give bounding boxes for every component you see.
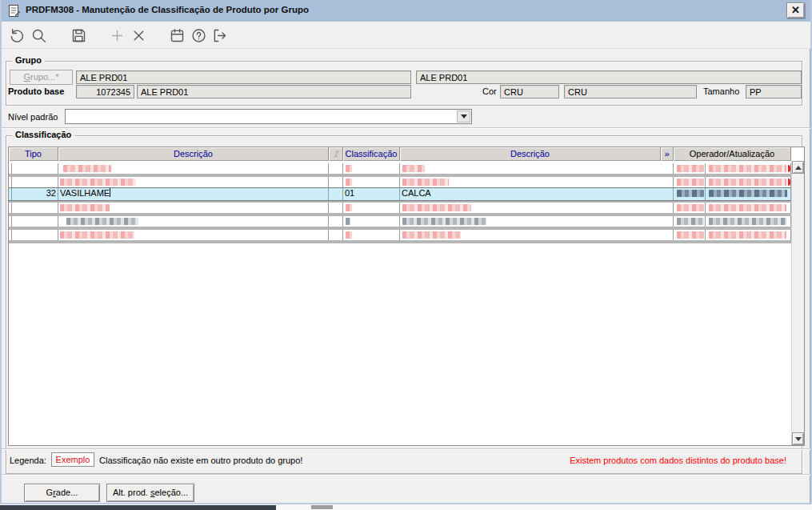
save-icon[interactable]: [70, 27, 87, 44]
cell-atualizacao: [706, 163, 791, 174]
redacted-text: [709, 231, 786, 239]
column-header-5[interactable]: »: [661, 147, 674, 161]
search-icon[interactable]: [30, 27, 47, 44]
redacted-text: [346, 165, 352, 172]
warning-text: Existem produtos com dados distintos do …: [570, 456, 786, 465]
cell-classificacao: [343, 230, 400, 240]
row-separator: [9, 240, 791, 243]
cell-tipo: [12, 177, 58, 187]
redacted-text: [346, 218, 350, 225]
column-header-1[interactable]: Descrição: [58, 147, 329, 161]
redacted-text: [60, 231, 134, 239]
cor-desc-field: CRU: [564, 85, 697, 98]
column-header-2[interactable]: ⁒: [329, 147, 343, 161]
redacted-text: [63, 165, 111, 172]
cell-classificacao: [343, 203, 400, 213]
vertical-scrollbar[interactable]: [791, 161, 804, 445]
redacted-text: [709, 165, 786, 172]
cell-tipo: [12, 163, 58, 174]
add-icon: [109, 27, 126, 44]
undo-icon[interactable]: [8, 27, 25, 44]
separator-line: [2, 474, 810, 476]
grade-button[interactable]: Grade...: [24, 484, 100, 502]
nivel-padrao-combobox[interactable]: [65, 109, 472, 124]
redacted-text: [60, 179, 136, 186]
exemplo-sample-box: Exemplo: [51, 452, 94, 467]
cell-descricao: [58, 203, 329, 213]
separator-line: [2, 448, 810, 450]
cell-descricao2: [400, 177, 674, 187]
calendar-icon[interactable]: [169, 27, 186, 44]
combo-dropdown-button[interactable]: [457, 110, 470, 122]
redacted-text: [60, 204, 110, 211]
cell-classificacao: [343, 216, 400, 227]
table-row[interactable]: [9, 230, 791, 240]
exit-icon[interactable]: [211, 27, 228, 44]
dialog-window: PRDFM308 - Manutenção de Classificação d…: [0, 0, 812, 504]
column-header-3[interactable]: Classificação: [343, 147, 400, 161]
redacted-text: [346, 231, 352, 239]
alt-prod-selecao-button[interactable]: Alt. prod. seleção...: [106, 484, 194, 502]
cell-classificacao: 01: [343, 188, 400, 200]
column-header-6[interactable]: Operador/Atualização: [674, 147, 791, 161]
redacted-text: [677, 190, 704, 197]
cell-pct: [329, 177, 343, 187]
grupo-button[interactable]: Grupo...*: [10, 70, 73, 85]
scroll-up-button[interactable]: [792, 161, 804, 174]
redacted-text: [709, 179, 786, 186]
cell-operador: [674, 188, 706, 200]
column-header-0[interactable]: Tipo: [9, 147, 58, 161]
cell-descricao: [58, 163, 329, 174]
grid-body: 32VASILHAME01CALCA: [9, 161, 791, 445]
produto-base-desc-field: ALE PRD01: [137, 85, 411, 98]
arrow-up-icon: [795, 166, 802, 170]
redacted-text: [402, 165, 425, 172]
help-icon[interactable]: [190, 27, 207, 44]
table-row[interactable]: [9, 177, 791, 187]
cell-atualizacao: [706, 188, 791, 200]
redacted-text: [346, 179, 352, 186]
window-title: PRDFM308 - Manutenção de Classificação d…: [26, 5, 309, 14]
redacted-text: [709, 204, 786, 211]
cell-atualizacao: [706, 177, 791, 187]
table-row[interactable]: [9, 216, 791, 227]
cell-pct: [329, 188, 343, 200]
toolbar: [2, 22, 810, 49]
cell-tipo: [12, 230, 58, 240]
cell-descricao2: [400, 216, 674, 227]
close-button[interactable]: ✕: [786, 2, 805, 18]
grupo-code-field: ALE PRD01: [76, 70, 411, 84]
table-row[interactable]: [9, 163, 791, 174]
delete-icon[interactable]: [130, 27, 147, 44]
column-header-4[interactable]: Descrição: [400, 147, 661, 161]
cell-descricao: VASILHAME: [58, 188, 329, 200]
text-caret: [110, 188, 110, 197]
cell-descricao2: [400, 230, 674, 240]
grid-header: TipoDescrição⁒ClassificaçãoDescrição»Ope…: [9, 147, 791, 161]
cell-descricao: [58, 216, 329, 227]
redacted-text: [402, 218, 486, 225]
cell-operador: [674, 230, 706, 240]
application-icon: [7, 4, 21, 18]
scroll-down-button[interactable]: [792, 432, 804, 445]
classificacao-grid: TipoDescrição⁒ClassificaçãoDescrição»Ope…: [8, 147, 805, 446]
redacted-text: [709, 190, 787, 197]
cell-pct: [329, 216, 343, 227]
produto-base-label: Produto base: [8, 86, 64, 96]
titlebar[interactable]: PRDFM308 - Manutenção de Classificação d…: [2, 0, 810, 22]
cor-label: Cor: [482, 86, 497, 96]
cell-descricao: [58, 177, 329, 187]
nivel-padrao-label: Nível padrão: [8, 112, 58, 122]
grupo-desc-field: ALE PRD01: [416, 70, 802, 84]
table-row-selected[interactable]: 32VASILHAME01CALCA: [9, 187, 791, 201]
redacted-text: [709, 218, 786, 225]
cell-descricao2: [400, 163, 674, 174]
tamanho-label: Tamanho: [703, 86, 739, 96]
legenda-text: Classificação não existe em outro produt…: [99, 456, 302, 465]
classificacao-groupbox-label: Classificação: [12, 130, 74, 139]
table-row[interactable]: [9, 203, 791, 213]
cell-pct: [329, 230, 343, 240]
arrow-down-icon: [795, 437, 802, 441]
tamanho-field: PP: [746, 85, 802, 98]
cell-tipo: [12, 203, 58, 213]
